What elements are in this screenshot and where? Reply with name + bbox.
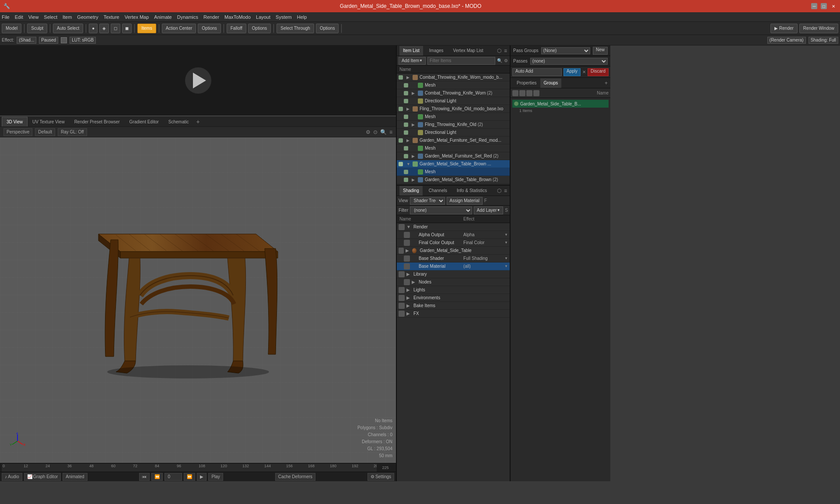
items-button[interactable]: Items xyxy=(137,24,156,33)
tab-images[interactable]: Images xyxy=(426,46,447,56)
action-center-button[interactable]: Action Center xyxy=(162,24,196,33)
render-window-button[interactable]: Render Window xyxy=(799,24,838,33)
tab-shading[interactable]: Shading xyxy=(399,186,423,196)
edge-button[interactable]: ◈ xyxy=(99,24,109,33)
list-item[interactable]: Mesh xyxy=(397,144,510,152)
shader-row[interactable]: ▶ Environments xyxy=(397,294,510,302)
menubar-item-geometry[interactable]: Geometry xyxy=(77,14,98,20)
item-list[interactable]: ▶ Combat_Throwing_Knife_Worn_modo_b... M… xyxy=(397,74,510,185)
falloff-button[interactable]: Falloff xyxy=(227,24,246,33)
groups-add-icon[interactable]: + xyxy=(605,80,608,86)
prev-start-button[interactable]: ⏮ xyxy=(139,473,150,481)
shader-row[interactable]: ▶ Nodes xyxy=(397,278,510,286)
shader-row[interactable]: Alpha Output Alpha ▼ xyxy=(397,231,510,239)
expand-icon[interactable]: ▶ xyxy=(412,178,416,182)
viewport-menu-icon[interactable]: ≡ xyxy=(389,129,392,135)
next-frame-button[interactable]: ⏩ xyxy=(184,473,195,481)
menubar-item-select[interactable]: Select xyxy=(44,14,57,20)
list-item[interactable]: ▶ Garden_Metal_Furniture_Set_Red (2) xyxy=(397,152,510,160)
list-item[interactable]: ▶ Garden_Metal_Side_Table_Brown (2) xyxy=(397,176,510,184)
cache-deformers-button[interactable]: Cache Deformers xyxy=(275,473,315,481)
shader-row[interactable]: ▶ Bake Items xyxy=(397,302,510,310)
tab-info-statistics[interactable]: Info & Statistics xyxy=(453,186,490,196)
menubar-item-help[interactable]: Help xyxy=(297,14,307,20)
list-item[interactable]: Mesh xyxy=(397,113,510,121)
list-item[interactable]: Directional Light xyxy=(397,97,510,105)
shader-row[interactable]: Final Color Output Final Color ▼ xyxy=(397,239,510,247)
item-list-menu-icon[interactable]: ≡ xyxy=(504,48,507,54)
tab-groups[interactable]: Groups xyxy=(540,78,562,88)
layout-info[interactable]: Default xyxy=(35,128,55,136)
item-list-settings-icon[interactable]: ⚙ xyxy=(504,58,508,63)
add-item-button[interactable]: Add Item ▼ xyxy=(399,57,426,65)
menubar-item-file[interactable]: File xyxy=(2,14,10,20)
effect-value[interactable]: (Shad... xyxy=(17,37,36,44)
menubar-item-view[interactable]: View xyxy=(28,14,39,20)
expand-arrow[interactable]: ▶ xyxy=(412,280,417,284)
shading-s-icon[interactable]: S xyxy=(505,208,508,213)
tab-3d-view[interactable]: 3D View xyxy=(2,117,28,126)
frame-input[interactable]: 0 xyxy=(164,473,182,481)
item-button[interactable]: ◼ xyxy=(122,24,132,33)
options2-button[interactable]: Options xyxy=(248,24,271,33)
dropdown-arrow[interactable]: ▼ xyxy=(504,233,508,237)
auto-add-button[interactable]: Auto Add xyxy=(512,68,562,76)
shader-row[interactable]: ▶ Lights xyxy=(397,286,510,294)
projection-info[interactable]: Perspective xyxy=(4,128,32,136)
shading-expand-icon[interactable]: ⬡ xyxy=(497,188,501,194)
apply-button[interactable]: Apply xyxy=(564,68,581,76)
f-key-icon[interactable]: F xyxy=(484,198,487,203)
render-camera-value[interactable]: (Render Camera) xyxy=(767,37,806,44)
minimize-button[interactable]: ─ xyxy=(811,3,817,9)
dropdown-arrow[interactable]: ▼ xyxy=(504,241,508,245)
options1-button[interactable]: Options xyxy=(198,24,220,33)
menubar-item-render[interactable]: Render xyxy=(203,14,219,20)
shader-tree-select[interactable]: Shader Tree xyxy=(410,197,445,205)
filter-items-input[interactable] xyxy=(427,57,495,65)
menubar-item-texture[interactable]: Texture xyxy=(104,14,119,20)
dropdown-arrow[interactable]: ▼ xyxy=(504,264,508,268)
shader-row[interactable]: ▶ Garden_Metal_Side_Table xyxy=(397,247,510,255)
tab-properties[interactable]: Properties xyxy=(513,78,540,88)
list-item[interactable]: ▶ Combat_Throwing_Knife_Worn (2) xyxy=(397,89,510,97)
expand-icon[interactable]: ▶ xyxy=(406,107,411,111)
expand-arrow[interactable]: ▶ xyxy=(406,311,412,316)
graph-editor-button[interactable]: 📈 Graph Editor xyxy=(24,473,61,481)
group-item[interactable]: Garden_Metal_Side_Table_B... xyxy=(512,100,609,108)
viewport-settings-icon[interactable]: ⚙ xyxy=(366,129,371,135)
tab-uv-texture[interactable]: UV Texture View xyxy=(28,117,70,126)
expand-icon[interactable]: ▶ xyxy=(406,138,411,143)
list-item[interactable]: ▶ Fling_Throwing_Knife_Old (2) xyxy=(397,121,510,129)
expand-arrow[interactable]: ▶ xyxy=(406,272,412,276)
timeline-ruler[interactable]: 0 12 24 36 48 60 72 84 96 108 120 132 14… xyxy=(2,464,377,472)
shader-row[interactable]: ▶ Library xyxy=(397,270,510,278)
play-label-button[interactable]: Play xyxy=(208,473,223,481)
list-item[interactable]: ▼ Garden_Metal_Side_Table_Brown ... xyxy=(397,160,510,168)
play-button[interactable] xyxy=(185,67,211,94)
shader-row[interactable]: ▶ FX xyxy=(397,310,510,318)
auto-select-button[interactable]: Auto Select xyxy=(53,24,83,33)
discard-button[interactable]: Discard xyxy=(588,68,609,76)
expand-arrow[interactable]: ▶ xyxy=(406,303,412,308)
sculpt-button[interactable]: Sculpt xyxy=(27,24,47,33)
close-button[interactable]: ✕ xyxy=(830,3,836,9)
viewport-zoom-icon[interactable]: 🔍 xyxy=(380,129,387,135)
audio-button[interactable]: ♪ Audio xyxy=(2,473,22,481)
add-layer-button[interactable]: Add Layer ▼ xyxy=(474,206,504,214)
filter-select[interactable]: (none) xyxy=(410,206,472,214)
expand-arrow[interactable]: ▼ xyxy=(406,224,412,229)
expand-icon[interactable]: ▶ xyxy=(406,75,411,80)
dropdown-arrow[interactable]: ▼ xyxy=(504,256,508,260)
menubar-item-item[interactable]: Item xyxy=(63,14,72,20)
list-item[interactable]: ▶ Garden_Metal_Furniture_Set_Red_mod... xyxy=(397,136,510,144)
tab-gradient-editor[interactable]: Gradient Editor xyxy=(125,117,164,126)
menubar-item-edit[interactable]: Edit xyxy=(15,14,23,20)
new-pass-group-button[interactable]: New xyxy=(593,47,608,55)
paused-icon[interactable] xyxy=(61,37,67,43)
menubar-item-animate[interactable]: Animate xyxy=(154,14,172,20)
tab-render-preset[interactable]: Render Preset Browser xyxy=(70,117,125,126)
ray-gl-info[interactable]: Ray GL: Off xyxy=(58,128,87,136)
expand-arrow[interactable]: ▶ xyxy=(406,295,412,300)
list-item[interactable]: Directional Light xyxy=(397,184,510,185)
3d-viewport[interactable]: No Items Polygons : Subdiv Channels : 0 … xyxy=(0,137,396,463)
